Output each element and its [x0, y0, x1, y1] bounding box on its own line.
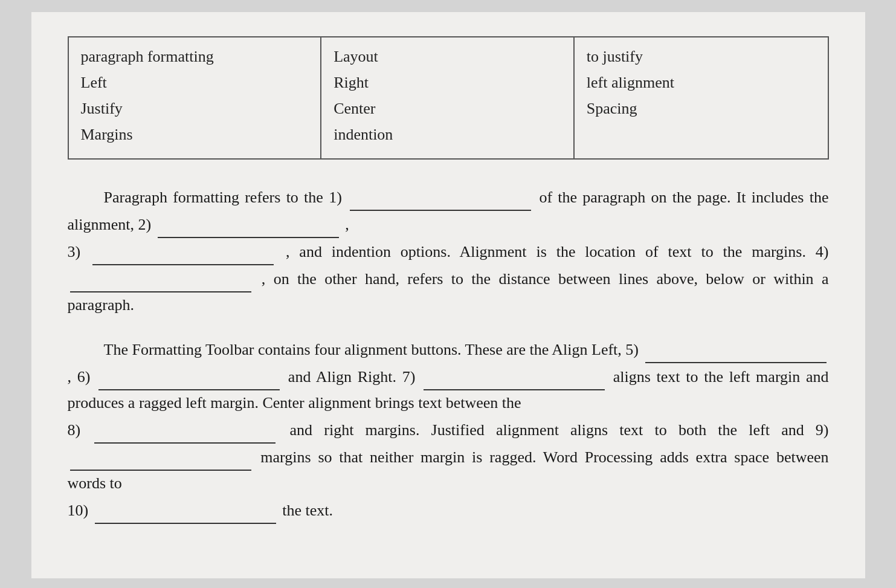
p1-text3: , — [345, 216, 349, 233]
blank-10[interactable] — [95, 497, 276, 524]
paragraph-1: Paragraph formatting refers to the 1) of… — [68, 184, 829, 318]
p1-text4: , and indention options. Alignment is th… — [286, 243, 829, 260]
vocab-item: Margins — [81, 123, 309, 146]
vocab-item: Spacing — [587, 97, 816, 120]
vocab-item: Layout — [334, 45, 561, 68]
vocab-item: paragraph formatting — [81, 45, 309, 68]
vocab-item: Center — [334, 97, 561, 120]
p1-text4-num: 3) — [68, 243, 81, 260]
blank-8[interactable] — [94, 416, 276, 444]
blank-2[interactable] — [158, 211, 339, 238]
page: paragraph formatting Left Justify Margin… — [31, 12, 865, 578]
blank-5[interactable] — [645, 336, 827, 363]
p2-text3: and Align Right. 7) — [288, 368, 415, 386]
blank-6[interactable] — [98, 363, 280, 390]
p1-text1: Paragraph formatting refers to the 1) — [104, 189, 342, 206]
blank-1[interactable] — [350, 184, 531, 211]
vocab-col-3: to justify left alignment Spacing — [575, 37, 828, 158]
vocab-col-2: Layout Right Center indention — [321, 37, 575, 158]
p2-text1: The Formatting Toolbar contains four ali… — [104, 341, 639, 358]
vocab-item: indention — [334, 123, 561, 146]
blank-7[interactable] — [424, 363, 605, 390]
paragraph-2-text: The Formatting Toolbar contains four ali… — [68, 336, 829, 523]
blank-9[interactable] — [70, 444, 251, 471]
p2-text5: and right margins. Justified alignment a… — [290, 421, 829, 439]
blank-4[interactable] — [70, 265, 251, 292]
paragraph-2: The Formatting Toolbar contains four ali… — [68, 336, 829, 523]
vocab-item: to justify — [587, 45, 816, 68]
vocab-item: left alignment — [587, 71, 816, 94]
p2-text2: , 6) — [68, 368, 91, 386]
p2-text7: the text. — [282, 502, 333, 519]
vocab-col-1: paragraph formatting Left Justify Margin… — [69, 37, 322, 158]
paragraph-1-text: Paragraph formatting refers to the 1) of… — [68, 184, 829, 318]
vocab-table: paragraph formatting Left Justify Margin… — [68, 36, 829, 160]
vocab-item: Left — [81, 71, 309, 94]
blank-3[interactable] — [92, 238, 274, 265]
p2-text5-num: 8) — [68, 421, 81, 439]
vocab-item: Justify — [81, 97, 309, 120]
p2-text7-num: 10) — [68, 502, 89, 519]
vocab-item: Right — [334, 71, 561, 94]
